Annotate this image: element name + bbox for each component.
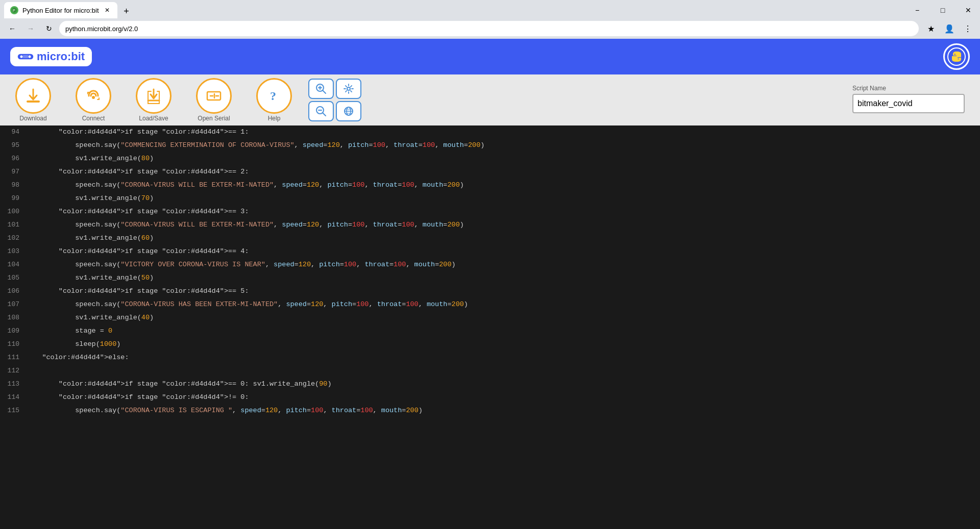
reload-button[interactable]: ↻ <box>41 20 57 37</box>
logo-device-icon <box>17 52 34 62</box>
table-row: 99 sv1.write_angle(70) <box>0 192 980 205</box>
zoom-group <box>308 79 334 121</box>
help-label: Help <box>268 115 281 122</box>
line-number: 114 <box>0 391 26 404</box>
maximize-button[interactable]: □ <box>931 2 954 18</box>
menu-button[interactable]: ⋮ <box>960 20 976 37</box>
open-serial-button[interactable]: Open Serial <box>186 77 242 123</box>
line-content: "color:#d4d4d4">if stage "color:#d4d4d4"… <box>26 285 249 298</box>
line-number: 101 <box>0 218 26 232</box>
table-row: 114 "color:#d4d4d4">if stage "color:#d4d… <box>0 391 980 404</box>
line-content: speech.say("CORONA-VIRUS IS ESCAPING ", … <box>26 404 423 417</box>
line-content: speech.say("CORONA-VIRUS WILL BE EXTER-M… <box>26 218 464 232</box>
svg-point-20 <box>347 87 350 90</box>
line-number: 109 <box>0 324 26 338</box>
line-number: 104 <box>0 258 26 271</box>
browser-window: P Python Editor for micro:bit ✕ + − □ ✕ … <box>0 0 980 39</box>
code-editor[interactable]: 94 "color:#d4d4d4">if stage "color:#d4d4… <box>0 125 980 529</box>
connect-label: Connect <box>82 115 105 122</box>
line-content: "color:#d4d4d4">if stage "color:#d4d4d4"… <box>26 205 249 218</box>
help-button[interactable]: ? Help <box>246 77 302 123</box>
download-button[interactable]: Download <box>5 77 61 123</box>
table-row: 95 speech.say("COMMENCING EXTERMINATION … <box>0 139 980 152</box>
address-input[interactable] <box>59 21 919 36</box>
open-serial-chevron <box>236 83 246 111</box>
minimize-button[interactable]: − <box>905 2 929 18</box>
line-content: sv1.write_angle(70) <box>26 192 154 205</box>
zoom-out-button[interactable] <box>308 101 334 121</box>
close-button[interactable]: ✕ <box>957 2 980 18</box>
address-bar-row: ← → ↻ ★ 👤 ⋮ <box>0 18 980 39</box>
active-tab[interactable]: P Python Editor for micro:bit ✕ <box>4 2 117 18</box>
tab-bar: P Python Editor for micro:bit ✕ + − □ ✕ <box>0 0 980 18</box>
table-row: 104 speech.say("VICTORY OVER CORONA-VIRU… <box>0 258 980 271</box>
line-number: 106 <box>0 285 26 298</box>
line-number: 113 <box>0 377 26 391</box>
line-content: speech.say("CORONA-VIRUS HAS BEEN EXTER-… <box>26 298 468 311</box>
connect-button[interactable]: Connect <box>65 77 121 123</box>
help-circle: ? <box>256 78 292 114</box>
table-row: 108 sv1.write_angle(40) <box>0 311 980 324</box>
profile-button[interactable]: 👤 <box>941 20 958 37</box>
zoom-out-icon <box>315 106 327 117</box>
line-number: 96 <box>0 152 26 165</box>
tab-title: Python Editor for micro:bit <box>22 7 99 14</box>
line-content: speech.say("CORONA-VIRUS WILL BE EXTER-M… <box>26 179 464 192</box>
back-button[interactable]: ← <box>4 20 20 37</box>
new-tab-button[interactable]: + <box>119 4 134 18</box>
line-number: 107 <box>0 298 26 311</box>
table-row: 102 sv1.write_angle(60) <box>0 232 980 245</box>
line-number: 112 <box>0 364 26 377</box>
address-icons: ★ 👤 ⋮ <box>923 20 976 37</box>
settings-button[interactable] <box>336 79 361 99</box>
line-content: "color:#d4d4d4">else: <box>26 351 129 364</box>
logo-text: micro:bit <box>37 50 85 63</box>
script-name-input[interactable] <box>852 94 965 113</box>
download-icon <box>23 86 43 106</box>
line-number: 108 <box>0 311 26 324</box>
line-content: "color:#d4d4d4">if stage "color:#d4d4d4"… <box>26 165 249 179</box>
line-number: 95 <box>0 139 26 152</box>
line-number: 99 <box>0 192 26 205</box>
globe-button[interactable] <box>336 101 361 121</box>
table-row: 101 speech.say("CORONA-VIRUS WILL BE EXT… <box>0 218 980 232</box>
forward-button[interactable]: → <box>22 20 39 37</box>
table-row: 113 "color:#d4d4d4">if stage "color:#d4d… <box>0 377 980 391</box>
line-number: 98 <box>0 179 26 192</box>
line-number: 103 <box>0 245 26 258</box>
script-name-container: Script Name <box>852 85 965 113</box>
table-row: 105 sv1.write_angle(50) <box>0 271 980 285</box>
table-row: 94 "color:#d4d4d4">if stage "color:#d4d4… <box>0 125 980 139</box>
svg-rect-5 <box>23 55 28 58</box>
line-content: sv1.write_angle(60) <box>26 232 154 245</box>
line-number: 102 <box>0 232 26 245</box>
line-number: 97 <box>0 165 26 179</box>
line-number: 115 <box>0 404 26 417</box>
line-content: sv1.write_angle(50) <box>26 271 154 285</box>
table-row: 109 stage = 0 <box>0 324 980 338</box>
line-content: "color:#d4d4d4">if stage "color:#d4d4d4"… <box>26 245 249 258</box>
python-avatar[interactable] <box>943 43 970 70</box>
script-name-label: Script Name <box>852 85 965 92</box>
line-content: "color:#d4d4d4">if stage "color:#d4d4d4"… <box>26 125 249 139</box>
line-content: sv1.write_angle(80) <box>26 152 154 165</box>
table-row: 115 speech.say("CORONA-VIRUS IS ESCAPING… <box>0 404 980 417</box>
globe-icon <box>343 106 354 117</box>
table-row: 111 "color:#d4d4d4">else: <box>0 351 980 364</box>
bookmark-button[interactable]: ★ <box>923 20 939 37</box>
svg-line-16 <box>323 90 326 93</box>
svg-text:?: ? <box>270 89 276 103</box>
line-number: 110 <box>0 338 26 351</box>
load-save-button[interactable]: Load/Save <box>126 77 182 123</box>
zoom-in-button[interactable] <box>308 79 334 99</box>
svg-line-19 <box>323 113 326 116</box>
download-chevron <box>55 83 65 111</box>
svg-point-10 <box>92 96 95 99</box>
tab-close-button[interactable]: ✕ <box>103 6 111 14</box>
table-row: 98 speech.say("CORONA-VIRUS WILL BE EXTE… <box>0 179 980 192</box>
line-content: stage = 0 <box>26 324 112 338</box>
svg-text:P: P <box>13 9 15 12</box>
open-serial-icon <box>204 86 224 106</box>
window-controls: − □ ✕ <box>905 2 980 18</box>
table-row: 112 <box>0 364 980 377</box>
